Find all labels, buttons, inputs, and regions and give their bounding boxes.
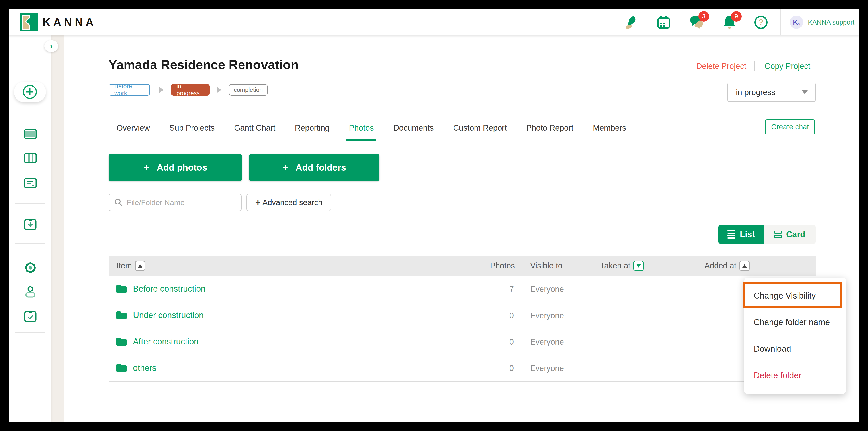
sort-added-at-button[interactable]	[739, 261, 750, 271]
brand-wordmark[interactable]: KANNA	[42, 16, 96, 28]
step-arrow-icon	[159, 87, 163, 93]
search-icon	[114, 198, 123, 207]
tab-reporting[interactable]: Reporting	[295, 115, 330, 141]
folder-link[interactable]: others	[133, 363, 156, 373]
gear-icon	[24, 261, 37, 275]
sidebar-item-tasks[interactable]	[24, 310, 37, 323]
card-view-button[interactable]: Card	[764, 225, 816, 244]
sidebar-divider	[15, 203, 45, 204]
sidebar-item-notes[interactable]	[24, 176, 37, 190]
help-icon[interactable]: ?	[754, 15, 768, 30]
card-icon	[774, 231, 782, 238]
status-step-in-progress[interactable]: in progress	[171, 84, 210, 96]
view-toggle: List Card	[718, 225, 816, 244]
table-row[interactable]: Under construction 0 Everyone	[108, 302, 816, 329]
page-background-rail	[51, 35, 64, 422]
sidebar-add-button[interactable]	[14, 81, 46, 102]
add-photos-button[interactable]: + Add photos	[108, 154, 242, 181]
bell-icon[interactable]: 9	[722, 15, 737, 30]
column-photos: Photos	[486, 256, 515, 276]
list-rows-icon	[24, 128, 37, 140]
table-row[interactable]: After construction 0 Everyone	[108, 328, 816, 355]
plus-circle-icon	[22, 85, 37, 99]
user-avatar[interactable]: Ks	[790, 15, 803, 29]
tab-photos[interactable]: Photos	[349, 115, 374, 141]
sort-desc-icon	[637, 264, 641, 268]
advanced-search-button[interactable]: + Advanced search	[246, 194, 331, 211]
column-item: Item	[116, 256, 145, 276]
sidebar-divider	[15, 332, 45, 333]
folder-icon	[116, 310, 127, 321]
app-window: KANNA 3	[9, 9, 859, 422]
menu-item-change-visibility[interactable]: Change Visibility	[744, 283, 846, 309]
note-card-icon	[24, 177, 37, 190]
sidebar-item-members[interactable]	[24, 286, 37, 299]
visible-to-value: Everyone	[530, 337, 564, 346]
photos-count: 0	[487, 337, 514, 346]
column-taken-at: Taken at	[600, 256, 644, 276]
menu-item-delete-folder[interactable]: Delete folder	[744, 362, 846, 389]
tab-sub-projects[interactable]: Sub Projects	[169, 115, 215, 141]
inbox-download-icon	[24, 218, 37, 231]
list-icon	[727, 230, 736, 238]
visible-to-value: Everyone	[530, 364, 564, 373]
folder-icon	[116, 363, 127, 373]
menu-item-change-folder-name[interactable]: Change folder name	[744, 309, 846, 336]
sidebar-item-projects[interactable]	[24, 127, 37, 141]
plus-icon: +	[282, 162, 288, 174]
folder-link[interactable]: Under construction	[133, 310, 204, 320]
topbar-divider	[780, 9, 781, 35]
chat-icon[interactable]: 3	[689, 15, 704, 30]
screenshot-frame: KANNA 3	[0, 0, 868, 431]
folder-link[interactable]: Before construction	[133, 284, 206, 294]
chat-badge: 3	[699, 11, 709, 22]
delete-project-link[interactable]: Delete Project	[696, 62, 746, 71]
topbar: KANNA 3	[9, 9, 859, 35]
stamp-icon[interactable]	[624, 15, 639, 30]
tab-members[interactable]: Members	[593, 115, 626, 141]
visible-to-value: Everyone	[530, 311, 564, 320]
tab-gantt-chart[interactable]: Gantt Chart	[234, 115, 275, 141]
status-step-before-work[interactable]: Before work	[108, 84, 150, 96]
svg-text:?: ?	[758, 18, 764, 27]
sort-asc-icon	[742, 264, 747, 268]
search-input[interactable]	[126, 198, 229, 207]
board-columns-icon	[24, 152, 37, 165]
tab-photo-report[interactable]: Photo Report	[526, 115, 574, 141]
kanna-logo-icon[interactable]	[21, 13, 38, 31]
add-folders-button[interactable]: + Add folders	[249, 154, 379, 181]
user-name[interactable]: KANNA support	[808, 19, 855, 26]
create-chat-button[interactable]: Create chat	[765, 120, 815, 134]
folder-icon	[116, 284, 127, 294]
chevron-down-icon	[802, 90, 808, 94]
calendar-icon[interactable]	[656, 15, 671, 30]
list-view-button[interactable]: List	[718, 225, 764, 244]
tab-documents[interactable]: Documents	[393, 115, 434, 141]
copy-project-link[interactable]: Copy Project	[765, 62, 810, 71]
column-visible-to: Visible to	[530, 256, 562, 276]
column-added-at: Added at	[705, 256, 750, 276]
menu-item-download[interactable]: Download	[744, 336, 846, 362]
file-search-field[interactable]	[108, 194, 242, 211]
sidebar-item-board[interactable]	[24, 152, 37, 165]
folder-link[interactable]: After construction	[133, 337, 198, 346]
status-step-completion[interactable]: completion	[229, 84, 268, 96]
photos-count: 0	[487, 311, 514, 320]
status-dropdown-value: in progress	[736, 88, 775, 97]
sort-item-button[interactable]	[135, 261, 145, 271]
sidebar-expand-button[interactable]: ›	[44, 40, 58, 52]
folder-context-menu: Change Visibility Change folder name Dow…	[744, 277, 846, 394]
person-icon	[24, 286, 37, 298]
sort-taken-at-button[interactable]	[633, 261, 644, 271]
table-row[interactable]: others 0 Everyone	[108, 355, 816, 382]
project-tabs: Overview Sub Projects Gantt Chart Report…	[117, 115, 626, 141]
tab-custom-report[interactable]: Custom Report	[453, 115, 507, 141]
bell-badge: 9	[731, 11, 742, 22]
tab-overview[interactable]: Overview	[117, 115, 150, 141]
photos-count: 7	[487, 285, 514, 294]
table-row[interactable]: Before construction 7 Everyone	[108, 276, 816, 302]
visible-to-value: Everyone	[530, 285, 564, 294]
table-header: Item Photos Visible to Taken at Added at	[108, 256, 816, 276]
sidebar-item-inbox[interactable]	[24, 218, 37, 231]
sidebar-item-settings[interactable]	[24, 261, 37, 274]
